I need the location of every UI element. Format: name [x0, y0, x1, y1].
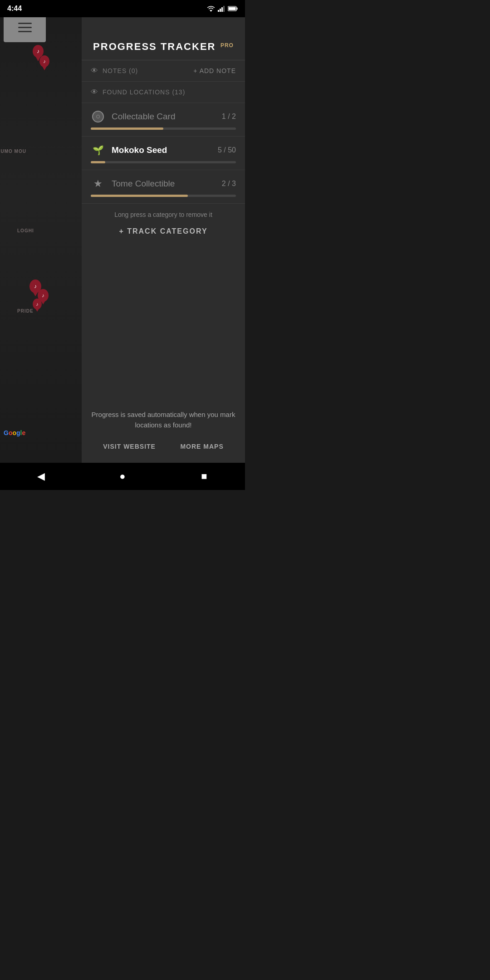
collectable-card-progress-fill: [91, 127, 163, 130]
status-bar: 4:44: [0, 0, 245, 17]
map-background: ♪ ♪ NKUMO MOU LOGHI ♪ ♪ ♪ PRIDE Google: [0, 0, 84, 490]
eye-icon-notes: 👁: [91, 67, 98, 75]
collectable-card-icon: [91, 109, 105, 124]
collectable-card-progress-bg: [91, 127, 236, 130]
svg-rect-3: [221, 7, 223, 12]
status-icons: [207, 5, 238, 12]
nav-home-button[interactable]: ●: [109, 463, 136, 490]
visit-website-button[interactable]: VISIT WEBSITE: [96, 439, 163, 454]
collectable-card-name: Collectable Card: [112, 112, 222, 122]
progress-tracker-drawer: PROGRESS TRACKER PRO 👁 NOTES (0) + ADD N…: [82, 17, 245, 463]
drawer-header: PROGRESS TRACKER PRO: [82, 17, 245, 60]
map-text-pride: PRIDE: [17, 309, 34, 314]
signal-icon: [218, 5, 225, 12]
more-maps-button[interactable]: MORE MAPS: [173, 439, 230, 454]
bottom-buttons: VISIT WEBSITE MORE MAPS: [91, 439, 236, 454]
svg-rect-6: [237, 8, 238, 10]
navigation-bar: ◀ ● ■: [0, 463, 245, 490]
google-logo: Google: [4, 429, 25, 436]
found-locations-label: FOUND LOCATIONS (13): [103, 88, 236, 96]
collectable-card-count: 1 / 2: [222, 113, 236, 121]
map-text-nkumo: NKUMO MOU: [0, 149, 26, 154]
battery-icon: [228, 6, 238, 11]
tome-collectible-progress-fill: [91, 195, 188, 197]
map-text-loghi: LOGHI: [17, 228, 34, 233]
tome-collectible-name: Tome Collectible: [112, 179, 222, 189]
drawer-title: PROGRESS TRACKER: [93, 41, 216, 52]
eye-icon-locations: 👁: [91, 88, 98, 96]
mokoko-seed-name: Mokoko Seed: [112, 145, 218, 155]
mokoko-seed-count: 5 / 50: [218, 146, 236, 154]
svg-text:♪: ♪: [43, 59, 46, 64]
mokoko-seed-icon: 🌱: [91, 143, 105, 157]
status-time: 4:44: [7, 5, 22, 13]
notes-row[interactable]: 👁 NOTES (0) + ADD NOTE: [82, 60, 245, 82]
notes-label: NOTES (0): [103, 67, 193, 74]
hamburger-icon: [18, 23, 32, 32]
svg-rect-2: [220, 9, 221, 12]
category-tome-collectible[interactable]: ★ Tome Collectible 2 / 3: [82, 170, 245, 204]
nav-recent-button[interactable]: ■: [191, 463, 218, 490]
svg-text:♪: ♪: [36, 302, 39, 307]
svg-text:♪: ♪: [34, 283, 37, 289]
map-pin-group-1: ♪ ♪: [31, 43, 54, 77]
svg-rect-1: [218, 10, 219, 12]
bottom-info: Progress is saved automatically when you…: [82, 401, 245, 463]
svg-marker-0: [210, 10, 212, 12]
mokoko-seed-progress-bg: [91, 161, 236, 163]
track-category-button[interactable]: + TRACK CATEGORY: [82, 222, 245, 245]
svg-text:♪: ♪: [42, 293, 44, 298]
tome-collectible-icon: ★: [91, 176, 105, 191]
category-collectable-card[interactable]: Collectable Card 1 / 2: [82, 103, 245, 137]
pro-badge: PRO: [220, 42, 234, 49]
tome-collectible-count: 2 / 3: [222, 180, 236, 188]
found-locations-row[interactable]: 👁 FOUND LOCATIONS (13): [82, 82, 245, 103]
hint-text: Long press a category to remove it: [82, 204, 245, 222]
tome-collectible-progress-bg: [91, 195, 236, 197]
svg-rect-4: [223, 6, 225, 12]
category-mokoko-seed[interactable]: 🌱 Mokoko Seed 5 / 50: [82, 137, 245, 170]
add-note-button[interactable]: + ADD NOTE: [193, 67, 236, 74]
mokoko-seed-progress-fill: [91, 161, 105, 163]
svg-text:♪: ♪: [37, 48, 39, 54]
svg-rect-7: [229, 7, 236, 10]
nav-back-button[interactable]: ◀: [27, 463, 54, 490]
bottom-info-text: Progress is saved automatically when you…: [91, 410, 236, 430]
wifi-icon: [207, 5, 215, 12]
